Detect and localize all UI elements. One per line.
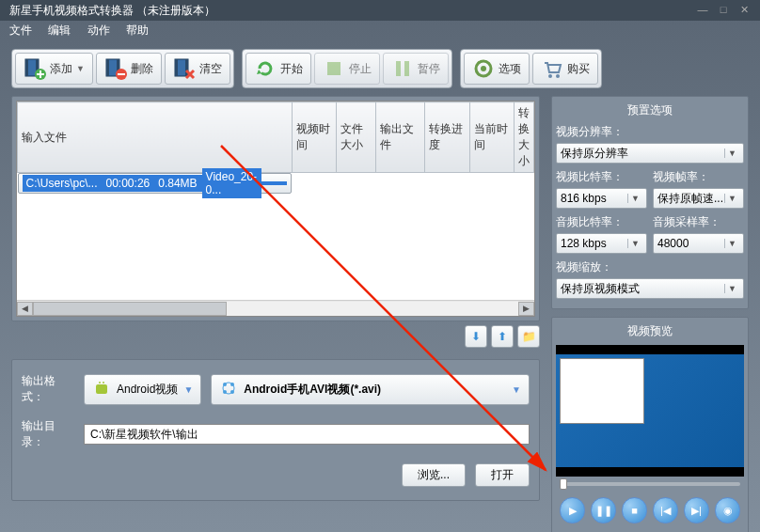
chevron-down-icon: ▼ (627, 194, 642, 203)
menu-action[interactable]: 动作 (87, 23, 110, 37)
snapshot-button[interactable]: ◉ (715, 497, 740, 524)
chevron-down-icon: ▼ (724, 239, 739, 248)
col-output[interactable]: 输出文件 (375, 102, 425, 173)
chevron-down-icon: ▼ (512, 384, 521, 395)
svg-rect-1 (25, 59, 28, 76)
col-size[interactable]: 文件大小 (336, 102, 375, 173)
output-dir-label: 输出目录： (22, 418, 74, 450)
close-button[interactable]: ✕ (737, 4, 751, 17)
svg-rect-18 (96, 384, 107, 394)
samplerate-label: 音频采样率： (653, 214, 744, 230)
arrow-down-icon: ⬇ (471, 330, 481, 343)
format-category-text: Android视频 (117, 382, 178, 398)
clear-button[interactable]: 清空 (165, 53, 230, 85)
open-button[interactable]: 打开 (475, 463, 530, 487)
pause-preview-button[interactable]: ❚❚ (591, 497, 616, 524)
svg-point-19 (99, 382, 101, 383)
horizontal-scrollbar[interactable]: ◀ ▶ (17, 300, 534, 316)
add-button[interactable]: 添加▼ (15, 53, 93, 85)
resolution-label: 视频分辨率： (556, 124, 744, 140)
move-up-button[interactable]: ⬆ (491, 325, 514, 348)
scroll-left-icon[interactable]: ◀ (17, 302, 33, 316)
format-category-button[interactable]: Android视频 ▼ (84, 374, 201, 405)
cart-icon (541, 57, 563, 80)
chevron-down-icon: ▼ (724, 149, 739, 158)
folder-icon: 📁 (522, 330, 536, 343)
svg-rect-11 (327, 62, 340, 75)
cell-input: C:\Users\pc\... (23, 175, 103, 192)
col-progress[interactable]: 转换进度 (425, 102, 469, 173)
col-curtime[interactable]: 当前时间 (469, 102, 514, 173)
svg-rect-12 (396, 61, 401, 76)
prev-button[interactable]: |◀ (653, 497, 678, 524)
buy-button[interactable]: 购买 (532, 53, 598, 85)
pause-button[interactable]: 暂停 (383, 53, 449, 85)
pause-label: 暂停 (418, 61, 440, 77)
svg-point-22 (223, 383, 227, 386)
col-csize[interactable]: 转换大小 (515, 102, 534, 173)
play-icon: ▶ (569, 505, 577, 517)
arrow-up-icon: ⬆ (498, 330, 507, 343)
cell-csize (278, 181, 287, 185)
chevron-down-icon: ▼ (724, 194, 739, 203)
chevron-down-icon: ▼ (627, 239, 642, 248)
output-format-label: 输出格式： (22, 373, 74, 405)
move-down-button[interactable]: ⬇ (465, 325, 487, 348)
start-label: 开始 (280, 61, 303, 77)
samplerate-select[interactable]: 48000▼ (653, 233, 744, 254)
folder-button[interactable]: 📁 (517, 325, 540, 348)
browse-button[interactable]: 浏览... (402, 463, 466, 487)
delete-button[interactable]: 删除 (96, 53, 162, 85)
svg-point-15 (481, 66, 486, 71)
format-icon (219, 379, 238, 400)
start-button[interactable]: 开始 (245, 53, 311, 85)
stop-button[interactable]: 停止 (314, 53, 380, 85)
output-dir-input[interactable] (84, 424, 530, 445)
svg-rect-13 (404, 61, 409, 76)
chevron-down-icon: ▼ (183, 384, 193, 395)
vbitrate-select[interactable]: 816 kbps▼ (556, 188, 647, 209)
dropdown-icon: ▼ (76, 64, 85, 73)
table-row[interactable]: C:\Users\pc\... 00:00:26 0.84MB Video_20… (18, 173, 293, 194)
presets-title: 预置选项 (556, 101, 744, 124)
video-preview (556, 345, 744, 477)
pause-icon: ❚❚ (595, 505, 612, 517)
menu-help[interactable]: 帮助 (126, 23, 149, 37)
resolution-select[interactable]: 保持原分辨率▼ (556, 143, 744, 164)
play-button[interactable]: ▶ (560, 497, 585, 524)
scale-select[interactable]: 保持原视频模式▼ (556, 278, 744, 299)
fps-select[interactable]: 保持原帧速...▼ (653, 188, 744, 209)
preview-title: 视频预览 (556, 321, 744, 345)
abitrate-select[interactable]: 128 kbps▼ (556, 233, 647, 254)
pause-icon (391, 57, 414, 80)
col-input[interactable]: 输入文件 (18, 102, 293, 173)
seek-slider[interactable] (556, 477, 744, 492)
abitrate-label: 音频比特率： (556, 214, 647, 230)
refresh-icon (254, 57, 277, 80)
file-table[interactable]: 输入文件 视频时间 文件大小 输出文件 转换进度 当前时间 转换大小 C:\Us… (16, 101, 535, 317)
next-icon: ▶| (691, 505, 702, 517)
stop-icon: ■ (631, 505, 638, 516)
scroll-right-icon[interactable]: ▶ (518, 302, 534, 316)
cell-vtime: 00:00:26 (103, 175, 155, 192)
svg-point-16 (548, 74, 552, 78)
seek-knob[interactable] (560, 478, 567, 490)
svg-point-20 (103, 382, 104, 383)
svg-rect-5 (106, 59, 109, 76)
next-button[interactable]: ▶| (684, 497, 709, 524)
camera-icon: ◉ (723, 505, 733, 517)
stop-preview-button[interactable]: ■ (622, 497, 647, 524)
minimize-button[interactable]: — (696, 4, 709, 17)
menu-file[interactable]: 文件 (9, 23, 32, 37)
scale-label: 视频缩放： (556, 259, 744, 275)
svg-point-25 (230, 390, 234, 394)
col-vtime[interactable]: 视频时间 (292, 102, 336, 173)
svg-point-24 (223, 390, 227, 394)
format-value-text: Android手机AVI视频(*.avi) (244, 382, 381, 398)
menu-edit[interactable]: 编辑 (48, 23, 71, 37)
fps-label: 视频帧率： (653, 169, 744, 185)
format-value-button[interactable]: Android手机AVI视频(*.avi) ▼ (211, 374, 530, 405)
options-button[interactable]: 选项 (464, 53, 530, 85)
maximize-button[interactable]: □ (717, 4, 730, 17)
scroll-thumb[interactable] (33, 302, 227, 316)
